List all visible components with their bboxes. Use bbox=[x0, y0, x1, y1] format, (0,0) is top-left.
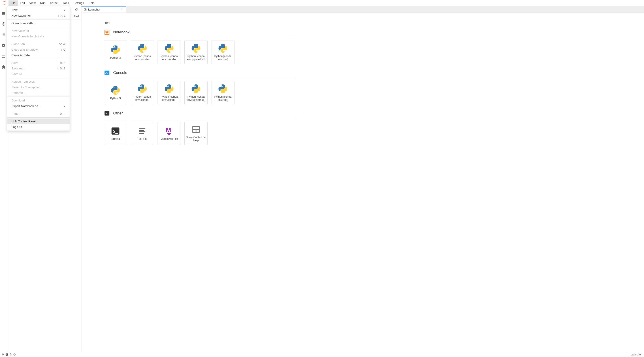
menu-item-close-all-tabs[interactable]: Close All Tabs bbox=[8, 52, 70, 58]
svg-rect-17 bbox=[140, 131, 146, 132]
menu-item-download: Download bbox=[8, 98, 70, 103]
menu-item-new-launcher[interactable]: New Launcher⇧ ⌘ L bbox=[8, 13, 70, 18]
commands-tab-icon[interactable] bbox=[0, 32, 7, 38]
terminals-count[interactable]: 0 bbox=[2, 353, 4, 356]
textfile-icon bbox=[138, 126, 147, 136]
menu-item-revert-to-checkpoint: Revert to Checkpoint bbox=[8, 85, 70, 90]
launcher-card[interactable]: Python [conda env:.conda- bbox=[131, 81, 154, 104]
activity-bar bbox=[0, 6, 8, 352]
launcher-section-notebook: NotebookPython 3Python [conda env:.conda… bbox=[104, 29, 635, 64]
launcher-card[interactable]: Python [conda env:.conda- bbox=[158, 41, 181, 64]
menu-help[interactable]: Help bbox=[86, 1, 97, 6]
menu-item-save-all: Save All bbox=[8, 71, 70, 77]
menu-item-log-out[interactable]: Log Out bbox=[8, 124, 70, 130]
launcher-tab-icon bbox=[84, 8, 87, 11]
python-icon bbox=[218, 84, 228, 94]
file-menu-dropdown: New▶New Launcher⇧ ⌘ LOpen from Path…New … bbox=[7, 6, 70, 131]
launcher-card[interactable]: Python [conda env:root] bbox=[211, 81, 234, 104]
menu-edit[interactable]: Edit bbox=[18, 1, 27, 6]
menu-item-save-as: Save As…⇧ ⌘ S bbox=[8, 66, 70, 71]
menu-item-open-from-path[interactable]: Open from Path… bbox=[8, 20, 70, 26]
settings-tab-icon[interactable] bbox=[0, 42, 7, 49]
submenu-arrow-icon: ▶ bbox=[64, 105, 66, 107]
launcher-card[interactable]: Python [conda env:jupyterhub] bbox=[184, 41, 208, 64]
status-bar: 0 $_ 0 Launcher bbox=[0, 352, 644, 357]
launcher-section-other: $_Other$_TerminalText FileMMarkdown File… bbox=[104, 110, 635, 145]
python-icon bbox=[191, 44, 201, 53]
svg-point-2 bbox=[6, 4, 6, 5]
menu-settings[interactable]: Settings bbox=[71, 1, 86, 6]
refresh-icon[interactable] bbox=[74, 7, 79, 12]
menu-separator bbox=[8, 59, 70, 59]
menu-separator bbox=[8, 27, 70, 27]
menu-item-close-tab: Close Tab⌥ W bbox=[8, 41, 70, 47]
menu-separator bbox=[8, 19, 70, 20]
console-section-icon bbox=[104, 70, 110, 76]
tab-launcher[interactable]: Launcher ✕ bbox=[82, 6, 126, 13]
python-icon bbox=[110, 45, 120, 55]
files-tab-icon[interactable] bbox=[0, 10, 7, 16]
card-label: Python 3 bbox=[110, 56, 120, 59]
main-area: Launcher ✕ test NotebookPython 3Python [… bbox=[81, 6, 644, 352]
kernel-status-icon[interactable] bbox=[13, 353, 16, 356]
running-tab-icon[interactable] bbox=[0, 21, 7, 27]
terminal-status-icon[interactable]: $_ bbox=[5, 353, 9, 356]
tab-bar: Launcher ✕ bbox=[82, 6, 644, 13]
launcher-card[interactable]: Text File bbox=[131, 122, 154, 145]
python-icon bbox=[110, 86, 120, 95]
svg-text:$_: $_ bbox=[105, 112, 108, 115]
menu-separator bbox=[8, 97, 70, 97]
card-label: Python [conda env:.conda- bbox=[132, 95, 153, 102]
menu-view[interactable]: View bbox=[27, 1, 38, 6]
menu-item-close-and-shutdown: Close and Shutdown^ ⇧ Q bbox=[8, 47, 70, 52]
menu-item-save: Save⌘ S bbox=[8, 60, 70, 66]
launcher-card[interactable]: MMarkdown File bbox=[158, 122, 181, 145]
menu-item-reload-from-disk: Reload from Disk bbox=[8, 79, 70, 85]
menu-item-hub-control-panel[interactable]: Hub Control Panel bbox=[8, 119, 70, 124]
menu-separator bbox=[8, 117, 70, 118]
menu-separator bbox=[8, 110, 70, 110]
svg-text:$_: $_ bbox=[6, 354, 8, 355]
section-title: Console bbox=[113, 71, 127, 75]
card-label: Python [conda env:root] bbox=[212, 95, 234, 102]
launcher-card[interactable]: Python [conda env:jupyterhub] bbox=[184, 81, 208, 104]
kernels-count[interactable]: 0 bbox=[10, 353, 12, 356]
launcher-card[interactable]: Python [conda env:.conda- bbox=[158, 81, 181, 104]
launcher-panel: test NotebookPython 3Python [conda env:.… bbox=[82, 13, 644, 352]
status-right[interactable]: Launcher bbox=[630, 353, 642, 356]
menu-item-new[interactable]: New▶ bbox=[8, 7, 70, 13]
menu-kernel[interactable]: Kernel bbox=[48, 1, 61, 6]
python-icon bbox=[164, 84, 174, 94]
menu-run[interactable]: Run bbox=[38, 1, 48, 6]
svg-text:M: M bbox=[166, 127, 171, 134]
card-label: Markdown File bbox=[160, 137, 178, 140]
svg-rect-25 bbox=[14, 354, 15, 355]
menu-tabs[interactable]: Tabs bbox=[61, 1, 71, 6]
card-label: Python [conda env:.conda- bbox=[132, 55, 153, 61]
card-label: Python [conda env:.conda- bbox=[159, 95, 180, 102]
python-icon bbox=[138, 84, 147, 94]
launcher-card[interactable]: Python 3 bbox=[104, 41, 127, 64]
svg-rect-15 bbox=[140, 128, 146, 129]
menu-item-export-notebook-as[interactable]: Export Notebook As…▶ bbox=[8, 103, 70, 109]
close-icon[interactable]: ✕ bbox=[120, 8, 124, 11]
menu-file[interactable]: File bbox=[8, 1, 18, 6]
menu-separator bbox=[8, 40, 70, 40]
extensions-tab-icon[interactable] bbox=[0, 64, 7, 70]
python-icon bbox=[164, 44, 174, 53]
tabs-tab-icon[interactable] bbox=[0, 53, 7, 59]
launcher-card[interactable]: Show Contextual Help bbox=[184, 122, 208, 145]
card-label: Terminal bbox=[110, 137, 120, 140]
launcher-card[interactable]: Python [conda env:.conda- bbox=[131, 41, 154, 64]
menu-item-new-console-for-activity: New Console for Activity bbox=[8, 34, 70, 39]
svg-rect-5 bbox=[2, 55, 5, 58]
launcher-card[interactable]: $_Terminal bbox=[104, 122, 127, 145]
terminal-section-icon: $_ bbox=[104, 110, 110, 117]
launcher-card[interactable]: Python [conda env:root] bbox=[211, 41, 234, 64]
launcher-card[interactable]: Python 3 bbox=[104, 81, 127, 104]
card-label: Python [conda env:jupyterhub] bbox=[186, 55, 206, 61]
svg-point-0 bbox=[6, 1, 6, 2]
card-label: Python [conda env:root] bbox=[212, 55, 234, 61]
svg-point-1 bbox=[3, 4, 3, 5]
menu-item-rename: Rename … bbox=[8, 90, 70, 96]
